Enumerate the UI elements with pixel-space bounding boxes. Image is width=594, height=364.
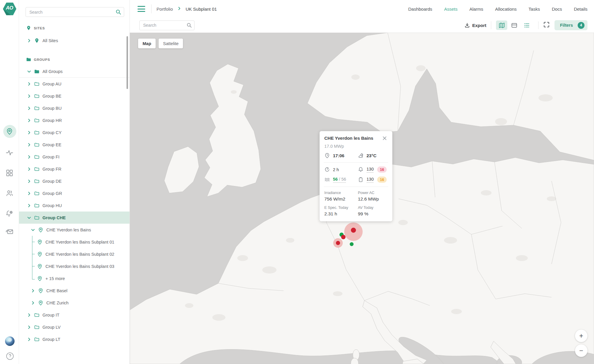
chevron-right-icon[interactable] (27, 191, 31, 196)
sidebar-item-site-basel[interactable]: CHE Basel (19, 284, 129, 297)
map-pin-icon[interactable] (0, 128, 19, 135)
sidebar-item-group[interactable]: Group BU (19, 102, 129, 114)
sidebar-item-all-sites[interactable]: All Sites (19, 34, 129, 47)
mail-icon[interactable] (0, 228, 19, 236)
chevron-right-icon[interactable] (27, 325, 31, 330)
chevron-right-icon[interactable] (27, 82, 31, 86)
activity-icon[interactable] (0, 149, 19, 157)
card-view-button[interactable] (508, 20, 520, 30)
sidebar-item-group[interactable]: Group FR (19, 163, 129, 175)
chevron-down-icon[interactable] (27, 69, 31, 74)
chevron-right-icon[interactable] (27, 130, 31, 135)
site-pin-icon (37, 239, 42, 245)
map-mode-button[interactable]: Map (138, 39, 156, 48)
popup-tickets-link[interactable]: 130 (366, 177, 374, 183)
site-pin-icon (37, 276, 42, 281)
sidebar-item-group[interactable]: Group HU (19, 199, 129, 212)
sidebar-item-group[interactable]: Group DE (19, 175, 129, 187)
chevron-right-icon[interactable] (27, 106, 31, 111)
app-logo[interactable]: AO (3, 2, 16, 16)
sidebar-item-group[interactable]: Group LV (19, 321, 129, 333)
apps-grid-icon[interactable] (0, 169, 19, 177)
zoom-out-button[interactable]: − (575, 344, 587, 357)
chevron-right-icon[interactable] (27, 118, 31, 123)
nav-dashboards[interactable]: Dashboards (408, 7, 432, 12)
popup-time: 17:06 (333, 153, 344, 158)
sidebar-item-group[interactable]: Group LT (19, 333, 129, 345)
fullscreen-icon (543, 21, 550, 28)
map-toolbar: Export Filters 4 (130, 18, 594, 33)
metric-value: 756 W/m2 (324, 196, 358, 202)
sidebar-item-subplant[interactable]: CHE Yverdon les Bains Subplant 01 (19, 236, 129, 248)
sidebar-item-subplant[interactable]: CHE Yverdon les Bains Subplant 02 (19, 248, 129, 260)
sidebar-item-group[interactable]: Group FI (19, 151, 129, 163)
chevron-right-icon[interactable] (31, 301, 35, 305)
sidebar-search-input[interactable] (26, 7, 124, 17)
metric-irradiance: Irradiance 756 W/m2 (324, 191, 358, 202)
satellite-mode-button[interactable]: Sattelite (159, 39, 183, 48)
marker-red[interactable] (351, 228, 356, 233)
metric-label: AV Today (358, 206, 388, 210)
divider (491, 21, 491, 29)
map-view-button[interactable] (496, 20, 507, 30)
sidebar-item-group[interactable]: Group HR (19, 114, 129, 126)
breadcrumb-root[interactable]: Portfolio (157, 7, 173, 12)
nav-details[interactable]: Details (574, 7, 587, 12)
nav-docs[interactable]: Docs (552, 7, 562, 12)
export-button[interactable]: Export (465, 23, 486, 28)
export-label: Export (472, 23, 486, 28)
folder-icon (34, 337, 40, 342)
nav-allocations[interactable]: Allocations (495, 7, 517, 12)
sidebar-scrollbar[interactable] (127, 36, 128, 89)
folder-icon (34, 118, 40, 123)
metric-espec-today: E Spec. Today 2.31 h (324, 206, 358, 217)
users-icon[interactable] (0, 189, 19, 197)
chevron-right-icon[interactable] (27, 155, 31, 159)
sidebar-item-all-groups[interactable]: All Groups (19, 65, 129, 77)
close-icon[interactable] (382, 136, 388, 141)
sidebar-item-group[interactable]: Group BE (19, 90, 129, 102)
chevron-down-icon[interactable] (27, 215, 31, 220)
nav-assets[interactable]: Assets (444, 7, 457, 12)
nav-alarms[interactable]: Alarms (469, 7, 483, 12)
chevron-right-icon[interactable] (27, 179, 31, 184)
help-icon[interactable] (6, 352, 14, 360)
chevron-right-icon[interactable] (27, 94, 31, 98)
sidebar-item-group-che[interactable]: Group CHE (19, 212, 129, 224)
chevron-right-icon[interactable] (27, 337, 31, 342)
marker-red[interactable] (341, 235, 346, 239)
sidebar-item-group[interactable]: Group AU (19, 78, 129, 90)
sidebar-item-group[interactable]: Group IT (19, 309, 129, 321)
chevron-right-icon[interactable] (31, 288, 35, 293)
marker-red[interactable] (336, 241, 340, 245)
zoom-in-button[interactable]: + (575, 330, 587, 342)
chevron-right-icon[interactable] (27, 203, 31, 208)
folder-icon (34, 325, 40, 330)
chevron-right-icon[interactable] (27, 313, 31, 317)
popup-metrics: Irradiance 756 W/m2 Power AC 12.6 MWp E … (324, 191, 388, 217)
sidebar-item-show-more[interactable]: + 15 more (19, 272, 129, 284)
chevron-right-icon[interactable] (27, 167, 31, 171)
filters-button[interactable]: Filters 4 (554, 20, 587, 30)
sidebar-item-subplant[interactable]: CHE Yverdon les Bains Subplant 03 (19, 260, 129, 272)
folder-icon (34, 93, 40, 99)
alarm-settings-icon[interactable] (0, 209, 19, 217)
nav-tasks[interactable]: Tasks (529, 7, 540, 12)
user-avatar[interactable] (5, 336, 15, 346)
fullscreen-button[interactable] (543, 21, 550, 29)
popup-inverters-link[interactable]: 56 / 56 (333, 177, 346, 183)
sidebar-item-group[interactable]: Group EE (19, 139, 129, 151)
sidebar-item-site-yverdon[interactable]: CHE Yverdon les Bains (19, 224, 129, 236)
marker-green[interactable] (350, 242, 354, 246)
popup-alarms-link[interactable]: 130 (366, 167, 374, 173)
groups-header: GROUPS (19, 57, 129, 62)
chevron-right-icon[interactable] (27, 38, 31, 43)
sidebar-item-group[interactable]: Group GR (19, 187, 129, 199)
hamburger-menu-icon[interactable] (138, 6, 145, 12)
sidebar-item-group[interactable]: Group CY (19, 126, 129, 139)
map-canvas[interactable]: Map Sattelite CHE Yverdon les Bains 17.0… (130, 33, 594, 364)
chevron-down-icon[interactable] (31, 228, 35, 232)
sidebar-item-site-zurich[interactable]: CHE Zurich (19, 297, 129, 309)
chevron-right-icon[interactable] (27, 142, 31, 147)
list-view-button[interactable] (521, 20, 532, 30)
